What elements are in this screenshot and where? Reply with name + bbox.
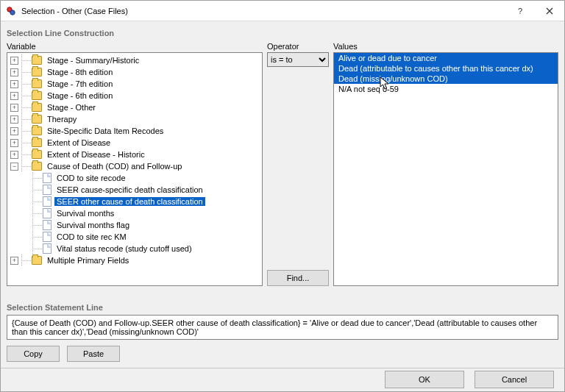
value-option[interactable]: Alive or dead due to cancer — [334, 53, 558, 63]
document-icon — [43, 220, 51, 230]
variable-column: Variable +Stage - Summary/Historic+Stage… — [7, 42, 263, 286]
titlebar: Selection - Other (Case Files) ? — [1, 1, 564, 21]
values-column: Values Alive or dead due to cancerDead (… — [333, 42, 558, 286]
value-option[interactable]: Dead (attributable to causes other than … — [334, 63, 558, 74]
document-icon — [43, 196, 51, 207]
gap — [1, 286, 564, 302]
folder-icon — [32, 103, 42, 112]
help-button[interactable]: ? — [505, 1, 535, 21]
svg-point-1 — [10, 10, 15, 14]
statement-heading: Selection Statement Line — [7, 302, 558, 315]
folder-icon — [32, 256, 42, 265]
folder-icon — [32, 126, 42, 135]
tree-item[interactable]: Survival months — [32, 207, 262, 219]
document-icon — [43, 208, 51, 218]
tree-folder[interactable]: +Site-Specific Data Item Recodes — [10, 125, 262, 137]
tree-item-label: COD to site recode — [54, 174, 128, 182]
folder-icon — [32, 115, 42, 124]
tree-folder-label: Stage - 8th edition — [45, 68, 115, 76]
tree-item[interactable]: Vital status recode (study cutoff used) — [32, 243, 262, 254]
folder-icon — [32, 138, 42, 147]
tree-folder[interactable]: +Stage - 6th edition — [10, 90, 262, 101]
operator-label: Operator — [267, 42, 329, 52]
expand-toggle-icon[interactable]: + — [10, 92, 18, 100]
dialog-footer: OK Cancel — [1, 368, 564, 392]
close-button[interactable] — [535, 1, 564, 21]
folder-icon — [32, 56, 42, 65]
folder-icon — [32, 91, 42, 100]
expand-toggle-icon[interactable]: + — [10, 257, 18, 265]
expand-toggle-icon[interactable]: + — [10, 80, 18, 88]
tree-item-label: SEER other cause of death classification — [54, 197, 205, 206]
expand-toggle-icon[interactable]: + — [10, 104, 18, 112]
tree-folder-label: Stage - Other — [45, 103, 98, 112]
variable-tree[interactable]: +Stage - Summary/Historic+Stage - 8th ed… — [7, 52, 263, 286]
construction-heading: Selection Line Construction — [7, 26, 558, 42]
tree-folder-label: Therapy — [45, 115, 79, 124]
tree-item[interactable]: COD to site recode — [32, 172, 262, 184]
value-option[interactable]: Dead (missing/unknown COD) — [334, 74, 558, 84]
tree-folder[interactable]: +Extent of Disease - Historic — [10, 149, 262, 160]
document-icon — [43, 243, 51, 254]
tree-item-label: Survival months — [54, 209, 116, 218]
tree-folder[interactable]: +Extent of Disease — [10, 137, 262, 149]
expand-toggle-icon[interactable]: + — [10, 127, 18, 135]
values-label: Values — [333, 42, 558, 52]
tree-item-label: COD to site rec KM — [54, 232, 129, 241]
tree-folder-label: Stage - 6th edition — [45, 91, 115, 100]
collapse-toggle-icon[interactable]: − — [10, 163, 18, 171]
values-listbox[interactable]: Alive or dead due to cancerDead (attribu… — [333, 52, 558, 286]
value-option[interactable]: N/A not seq 0-59 — [334, 84, 558, 94]
tree-item[interactable]: COD to site rec KM — [32, 231, 262, 243]
paste-button[interactable]: Paste — [67, 346, 120, 362]
dialog-window: Selection - Other (Case Files) ? Selecti… — [0, 0, 565, 392]
folder-icon — [32, 79, 42, 88]
tree-folder[interactable]: +Multiple Primary Fields — [10, 254, 262, 266]
construction-section: Selection Line Construction — [1, 21, 564, 42]
folder-icon — [32, 162, 42, 171]
tree-item-label: Vital status recode (study cutoff used) — [54, 244, 194, 253]
document-icon — [43, 173, 51, 183]
tree-folder[interactable]: +Stage - 8th edition — [10, 66, 262, 78]
tree-item-label: Survival months flag — [54, 221, 132, 229]
tree-folder-label: Multiple Primary Fields — [45, 256, 131, 265]
document-icon — [43, 185, 51, 195]
tree-folder[interactable]: +Stage - Other — [10, 101, 262, 113]
expand-toggle-icon[interactable]: + — [10, 57, 18, 65]
variable-label: Variable — [7, 42, 263, 52]
tree-item[interactable]: SEER other cause of death classification — [32, 196, 262, 207]
tree-folder-label: Site-Specific Data Item Recodes — [45, 126, 166, 135]
tree-folder[interactable]: +Therapy — [10, 113, 262, 125]
copy-paste-row: Copy Paste — [1, 340, 564, 368]
app-icon — [5, 5, 17, 17]
folder-icon — [32, 150, 42, 159]
expand-toggle-icon[interactable]: + — [10, 139, 18, 147]
ok-button[interactable]: OK — [385, 371, 464, 388]
svg-text:?: ? — [518, 7, 522, 15]
expand-toggle-icon[interactable]: + — [10, 151, 18, 159]
statement-textbox[interactable]: {Cause of Death (COD) and Follow-up.SEER… — [7, 315, 558, 340]
tree-folder-label: Extent of Disease - Historic — [45, 150, 147, 159]
statement-section: Selection Statement Line — [1, 302, 564, 315]
find-button[interactable]: Find... — [267, 270, 329, 286]
operator-column: Operator is = to Find... — [267, 42, 329, 286]
tree-folder-label: Stage - 7th edition — [45, 79, 115, 88]
expand-toggle-icon[interactable]: + — [10, 115, 18, 124]
tree-item[interactable]: Survival months flag — [32, 219, 262, 231]
construction-columns: Variable +Stage - Summary/Historic+Stage… — [1, 42, 564, 286]
copy-button[interactable]: Copy — [7, 346, 60, 362]
tree-folder-label: Extent of Disease — [45, 138, 113, 147]
tree-folder[interactable]: +Stage - Summary/Historic — [10, 54, 262, 66]
tree-item[interactable]: SEER cause-specific death classification — [32, 184, 262, 196]
document-icon — [43, 232, 51, 242]
tree-folder-label: Cause of Death (COD) and Follow-up — [45, 162, 184, 171]
window-title: Selection - Other (Case Files) — [21, 7, 505, 15]
expand-toggle-icon[interactable]: + — [10, 68, 18, 76]
tree-folder[interactable]: −Cause of Death (COD) and Follow-up — [10, 160, 262, 172]
operator-select[interactable]: is = to — [267, 52, 329, 67]
cancel-button[interactable]: Cancel — [475, 371, 554, 388]
folder-icon — [32, 68, 42, 76]
tree-folder-label: Stage - Summary/Historic — [45, 56, 141, 65]
tree-item-label: SEER cause-specific death classification — [54, 185, 205, 194]
tree-folder[interactable]: +Stage - 7th edition — [10, 78, 262, 90]
